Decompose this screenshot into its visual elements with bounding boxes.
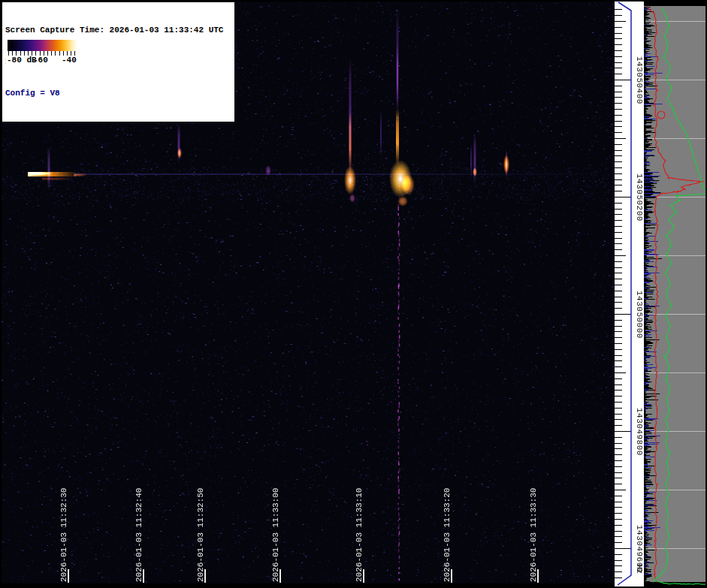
time-axis-label: 2026-01-03 11:33:20 bbox=[443, 483, 453, 582]
time-axis-label: 2026-01-03 11:33:30 bbox=[529, 483, 539, 582]
freq-axis-unit: Hz bbox=[633, 564, 644, 579]
spectrogram-screen: Screen Capture Time: 2026-01-03 11:33:42… bbox=[0, 0, 707, 588]
freq-axis-label: 143050000 bbox=[633, 291, 644, 339]
colorbar-label-min: -80 dB bbox=[7, 56, 37, 65]
colorbar-label-max: -40 bbox=[62, 56, 77, 65]
time-axis-label: 2026-01-03 11:32:40 bbox=[134, 483, 145, 582]
time-axis-label: 2026-01-03 11:33:00 bbox=[271, 483, 282, 582]
colorbar-labels: -80 dB -60 -40 bbox=[6, 56, 79, 66]
time-axis-label: 2026-01-03 11:33:10 bbox=[355, 483, 365, 582]
freq-axis-label: 143050400 bbox=[633, 56, 644, 104]
config-text: Config = V8 bbox=[5, 88, 231, 98]
time-axis-label: 2026-01-03 11:32:30 bbox=[59, 483, 70, 582]
time-axis-label: 2026-01-03 11:32:50 bbox=[196, 483, 207, 582]
capture-time-text: Screen Capture Time: 2026-01-03 11:33:42… bbox=[5, 25, 231, 35]
freq-axis-label: 143049800 bbox=[633, 408, 644, 456]
intensity-colorbar: -80 dB -60 -40 bbox=[6, 39, 79, 70]
colorbar-gradient bbox=[8, 40, 77, 51]
freq-axis-label: 143050200 bbox=[633, 173, 644, 222]
colorbar-label-mid: -60 bbox=[33, 56, 48, 65]
